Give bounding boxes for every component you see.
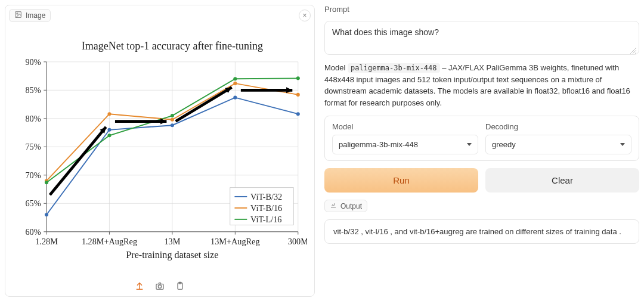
svg-point-55 — [296, 76, 300, 80]
svg-text:65%: 65% — [25, 198, 41, 208]
camera-icon[interactable] — [154, 281, 165, 291]
svg-text:1.28M: 1.28M — [35, 237, 58, 246]
svg-point-45 — [296, 112, 300, 116]
model-description: Model paligemma-3b-mix-448 – JAX/FLAX Pa… — [324, 62, 639, 108]
svg-text:75%: 75% — [25, 142, 41, 151]
svg-text:ViT-B/16: ViT-B/16 — [250, 203, 282, 213]
svg-text:ViT-L/16: ViT-L/16 — [250, 215, 281, 224]
svg-text:85%: 85% — [25, 85, 41, 95]
image-card: Image × ImageNet top-1 accuracy after fi… — [5, 5, 315, 297]
prompt-input[interactable] — [332, 27, 631, 46]
svg-text:13M+AugReg: 13M+AugReg — [210, 237, 259, 246]
svg-point-41 — [45, 213, 48, 216]
decoding-select[interactable]: greedy — [485, 135, 631, 154]
svg-point-69 — [158, 285, 161, 288]
output-badge: Output — [324, 200, 367, 212]
image-badge-label: Image — [26, 11, 45, 20]
svg-text:Pre-training dataset size: Pre-training dataset size — [126, 250, 218, 260]
decoding-select-label: Decoding — [485, 122, 631, 131]
svg-text:ViT-B/32: ViT-B/32 — [250, 192, 282, 201]
svg-line-66 — [176, 88, 232, 122]
svg-point-47 — [107, 112, 111, 116]
clear-button[interactable]: Clear — [485, 168, 639, 193]
model-select-value: paligemma-3b-mix-448 — [339, 140, 418, 149]
svg-line-64 — [50, 127, 106, 195]
svg-point-49 — [233, 82, 237, 85]
svg-point-48 — [171, 118, 174, 122]
output-icon — [330, 201, 337, 210]
model-select-label: Model — [332, 122, 478, 131]
svg-text:300M: 300M — [288, 237, 307, 246]
model-select[interactable]: paligemma-3b-mix-448 — [332, 135, 478, 154]
svg-point-50 — [296, 93, 300, 97]
prompt-label: Prompt — [324, 5, 639, 14]
svg-point-53 — [171, 114, 174, 117]
svg-text:ImageNet top-1 accuracy after : ImageNet top-1 accuracy after fine-tunin… — [82, 40, 263, 52]
desc-prefix: Model — [324, 63, 348, 72]
resize-handle-icon[interactable] — [630, 46, 636, 52]
svg-point-1 — [17, 13, 18, 14]
output-badge-label: Output — [340, 202, 362, 210]
image-badge: Image — [9, 9, 51, 22]
svg-point-54 — [233, 77, 237, 80]
config-row: Model paligemma-3b-mix-448 Decoding gree… — [324, 116, 639, 161]
output-text: vit-b/32 , vit-l/16 , and vit-b/16+augre… — [324, 219, 639, 244]
svg-point-52 — [107, 134, 111, 137]
svg-text:13M: 13M — [164, 237, 180, 246]
image-icon — [14, 11, 22, 20]
svg-text:90%: 90% — [25, 57, 41, 67]
run-button[interactable]: Run — [324, 168, 478, 193]
desc-code: paligemma-3b-mix-448 — [348, 63, 440, 73]
svg-text:80%: 80% — [25, 114, 41, 123]
undo-icon[interactable] — [134, 281, 145, 291]
clipboard-icon[interactable] — [175, 281, 185, 291]
chevron-down-icon — [620, 143, 625, 146]
decoding-select-value: greedy — [492, 140, 516, 149]
svg-text:60%: 60% — [25, 227, 41, 237]
prompt-box — [324, 21, 639, 55]
svg-text:70%: 70% — [25, 170, 41, 180]
svg-point-44 — [233, 96, 237, 100]
svg-point-43 — [171, 123, 174, 127]
svg-text:1.28M+AugReg: 1.28M+AugReg — [82, 237, 137, 246]
close-icon[interactable]: × — [299, 10, 311, 21]
image-toolbar — [9, 276, 311, 293]
chevron-down-icon — [467, 143, 472, 146]
chart: ImageNet top-1 accuracy after fine-tunin… — [9, 26, 311, 276]
svg-point-51 — [45, 181, 48, 184]
svg-point-42 — [107, 128, 111, 132]
